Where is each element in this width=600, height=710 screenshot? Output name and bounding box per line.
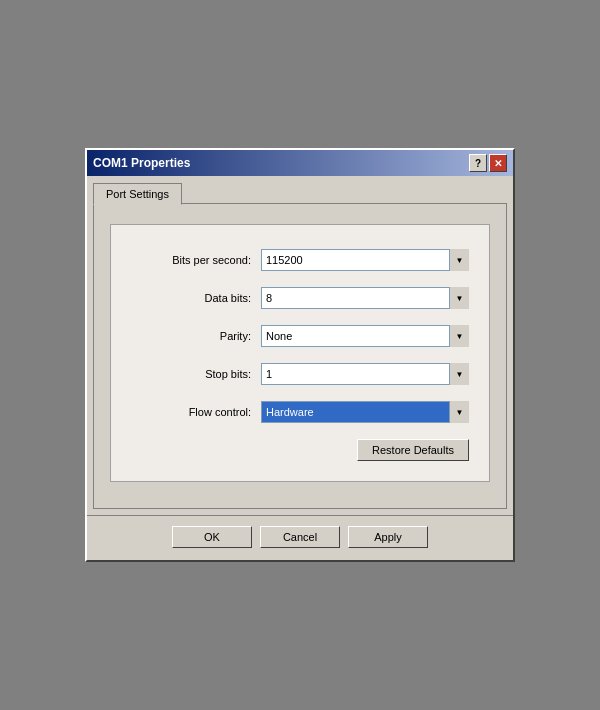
window-body: Port Settings Bits per second: 115200	[87, 176, 513, 515]
data-bits-wrapper: 8	[261, 287, 469, 309]
parity-row: Parity: None	[131, 325, 469, 347]
ok-button[interactable]: OK	[172, 526, 252, 548]
stop-bits-label: Stop bits:	[131, 368, 251, 380]
apply-button[interactable]: Apply	[348, 526, 428, 548]
restore-defaults-row: Restore Defaults	[131, 439, 469, 461]
bits-per-second-label: Bits per second:	[131, 254, 251, 266]
title-bar: COM1 Properties ? ✕	[87, 150, 513, 176]
tab-bar: Port Settings	[93, 182, 507, 204]
cancel-button[interactable]: Cancel	[260, 526, 340, 548]
window-title: COM1 Properties	[93, 156, 190, 170]
footer: OK Cancel Apply	[87, 515, 513, 560]
bits-per-second-wrapper: 115200	[261, 249, 469, 271]
tab-port-settings[interactable]: Port Settings	[93, 183, 182, 205]
parity-select[interactable]: None	[261, 325, 469, 347]
stop-bits-row: Stop bits: 1	[131, 363, 469, 385]
stop-bits-wrapper: 1	[261, 363, 469, 385]
bits-per-second-row: Bits per second: 115200	[131, 249, 469, 271]
flow-control-row: Flow control: Hardware	[131, 401, 469, 423]
flow-control-label: Flow control:	[131, 406, 251, 418]
restore-defaults-button[interactable]: Restore Defaults	[357, 439, 469, 461]
tab-content: Bits per second: 115200 Data bits: 8	[93, 203, 507, 509]
flow-control-wrapper: Hardware	[261, 401, 469, 423]
flow-control-select[interactable]: Hardware	[261, 401, 469, 423]
title-bar-buttons: ? ✕	[469, 154, 507, 172]
parity-label: Parity:	[131, 330, 251, 342]
settings-panel: Bits per second: 115200 Data bits: 8	[110, 224, 490, 482]
help-button[interactable]: ?	[469, 154, 487, 172]
close-button[interactable]: ✕	[489, 154, 507, 172]
stop-bits-select[interactable]: 1	[261, 363, 469, 385]
data-bits-select[interactable]: 8	[261, 287, 469, 309]
data-bits-row: Data bits: 8	[131, 287, 469, 309]
com1-properties-window: COM1 Properties ? ✕ Port Settings Bits p…	[85, 148, 515, 562]
data-bits-label: Data bits:	[131, 292, 251, 304]
bits-per-second-select[interactable]: 115200	[261, 249, 469, 271]
parity-wrapper: None	[261, 325, 469, 347]
